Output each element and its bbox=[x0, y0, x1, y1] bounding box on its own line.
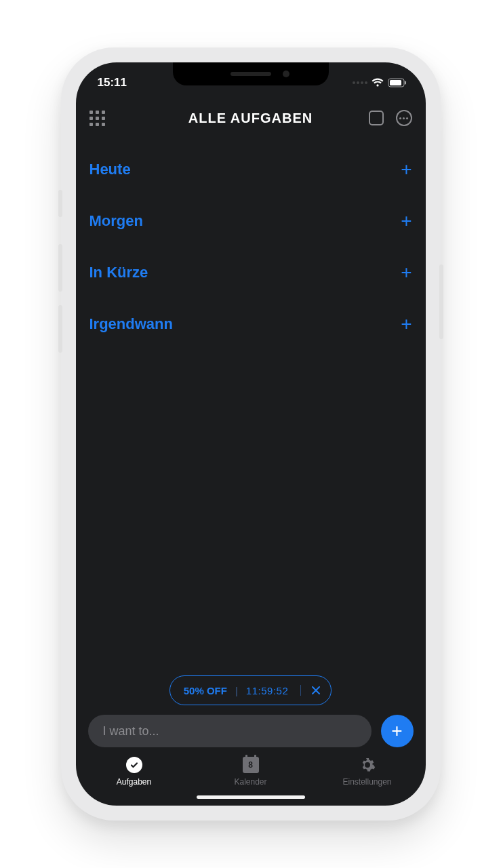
section-label: In Kürze bbox=[89, 264, 148, 281]
add-task-icon[interactable]: + bbox=[401, 315, 412, 334]
side-button bbox=[58, 190, 62, 217]
task-input[interactable]: I want to... bbox=[88, 715, 372, 747]
section-item-morgen[interactable]: Morgen + bbox=[89, 195, 412, 247]
promo-banner-wrap: 50% OFF | 11:59:52 bbox=[76, 675, 426, 715]
close-icon bbox=[310, 685, 321, 696]
quick-add-row: I want to... + bbox=[76, 715, 426, 754]
tab-settings[interactable]: Einstellungen bbox=[334, 757, 401, 787]
more-options-icon[interactable] bbox=[396, 110, 412, 126]
tab-label: Einstellungen bbox=[342, 777, 391, 787]
notch bbox=[173, 62, 329, 85]
add-task-icon[interactable]: + bbox=[401, 212, 412, 231]
screen: 15:11 ALLE A bbox=[76, 62, 426, 806]
side-button bbox=[58, 244, 62, 292]
tab-tasks[interactable]: Aufgaben bbox=[100, 757, 168, 787]
tab-calendar[interactable]: 8 Kalender bbox=[217, 757, 285, 787]
battery-icon bbox=[388, 78, 407, 87]
section-item-heute[interactable]: Heute + bbox=[89, 144, 412, 195]
section-label: Heute bbox=[89, 161, 131, 178]
promo-banner[interactable]: 50% OFF | 11:59:52 bbox=[169, 675, 332, 705]
side-button bbox=[439, 264, 443, 339]
svg-rect-1 bbox=[390, 80, 401, 85]
check-circle-icon bbox=[126, 757, 142, 773]
task-input-placeholder: I want to... bbox=[103, 724, 159, 738]
plus-icon: + bbox=[391, 720, 402, 742]
section-label: Morgen bbox=[89, 212, 143, 230]
menu-grid-icon[interactable] bbox=[89, 111, 105, 126]
nav-bar: ALLE AUFGABEN bbox=[76, 99, 426, 137]
promo-timer: 11:59:52 bbox=[246, 685, 288, 696]
add-task-fab[interactable]: + bbox=[381, 715, 414, 747]
svg-rect-2 bbox=[405, 81, 406, 85]
sections-list: Heute + Morgen + In Kürze + Irgendwann + bbox=[76, 137, 426, 675]
wifi-icon bbox=[372, 78, 384, 87]
phone-frame: 15:11 ALLE A bbox=[61, 47, 441, 821]
add-task-icon[interactable]: + bbox=[401, 263, 412, 282]
section-item-in-kuerze[interactable]: In Kürze + bbox=[89, 247, 412, 298]
home-indicator[interactable] bbox=[197, 795, 305, 799]
status-right bbox=[353, 78, 407, 87]
section-label: Irgendwann bbox=[89, 315, 173, 333]
tab-label: Aufgaben bbox=[117, 777, 151, 787]
calendar-day-number: 8 bbox=[248, 760, 253, 770]
tab-label: Kalender bbox=[234, 777, 266, 787]
add-task-icon[interactable]: + bbox=[401, 160, 412, 179]
side-button bbox=[58, 305, 62, 353]
promo-offer: 50% OFF bbox=[184, 685, 227, 696]
select-mode-icon[interactable] bbox=[369, 111, 384, 125]
camera-dot bbox=[283, 71, 289, 77]
page-title: ALLE AUFGABEN bbox=[188, 111, 313, 126]
speaker bbox=[231, 72, 271, 76]
section-item-irgendwann[interactable]: Irgendwann + bbox=[89, 298, 412, 350]
calendar-icon: 8 bbox=[243, 757, 259, 773]
cellular-signal-icon bbox=[353, 81, 367, 84]
promo-close-button[interactable] bbox=[300, 685, 321, 696]
status-time: 15:11 bbox=[98, 76, 127, 90]
promo-separator: | bbox=[235, 685, 238, 696]
gear-icon bbox=[359, 757, 376, 773]
